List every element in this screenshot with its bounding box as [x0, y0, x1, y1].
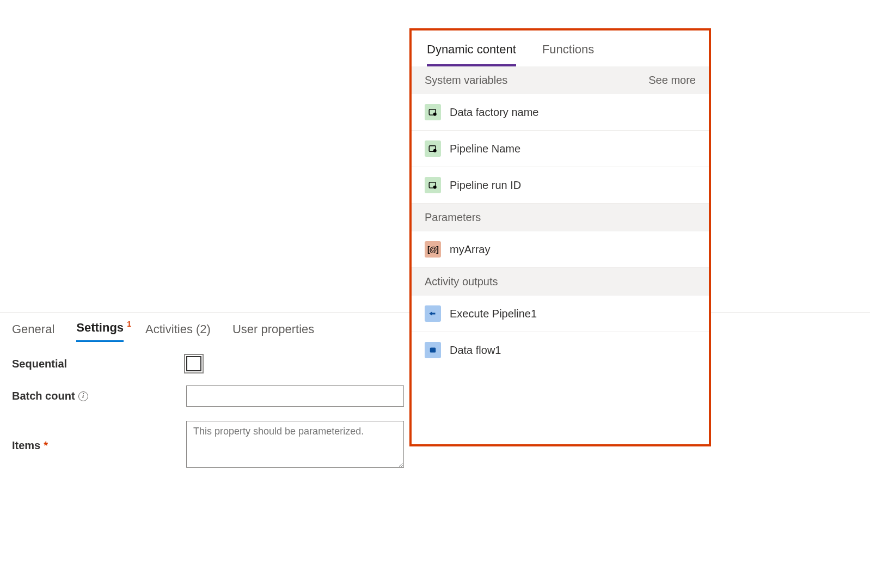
list-item-label: Pipeline run ID [450, 179, 521, 192]
svg-point-3 [434, 150, 437, 152]
system-variable-icon [425, 104, 441, 120]
tab-dynamic-content[interactable]: Dynamic content [427, 42, 516, 66]
sequential-checkbox[interactable] [186, 356, 201, 371]
list-item-label: Pipeline Name [450, 143, 520, 155]
tab-activities[interactable]: Activities (2) [145, 322, 211, 342]
section-title: Parameters [425, 211, 481, 224]
param-myarray[interactable]: [@] myArray [412, 231, 709, 268]
system-variable-icon [425, 140, 441, 157]
dynamic-content-panel: Dynamic content Functions System variabl… [409, 28, 711, 446]
sequential-label: Sequential [12, 358, 186, 370]
list-item-label: Data flow1 [450, 344, 501, 357]
batch-count-input[interactable] [186, 385, 404, 407]
svg-point-5 [434, 186, 437, 189]
tab-settings-badge: 1 [127, 320, 131, 328]
dc-tab-row: Dynamic content Functions [412, 30, 709, 66]
items-text: Items [12, 439, 40, 452]
section-parameters: Parameters [412, 204, 709, 231]
sysvar-pipeline-run-id[interactable]: Pipeline run ID [412, 167, 709, 204]
info-icon[interactable]: i [78, 391, 88, 401]
section-title: Activity outputs [425, 275, 498, 288]
svg-rect-6 [430, 348, 436, 353]
items-label: Items * [12, 439, 186, 452]
sysvar-data-factory-name[interactable]: Data factory name [412, 94, 709, 131]
tab-general[interactable]: General [12, 322, 54, 342]
items-textarea[interactable] [186, 421, 404, 468]
list-item-label: Data factory name [450, 106, 538, 119]
parameter-icon: [@] [425, 241, 441, 258]
activity-data-flow1[interactable]: Data flow1 [412, 332, 709, 368]
tab-settings-label: Settings [76, 321, 124, 334]
batch-count-text: Batch count [12, 390, 75, 402]
section-title: System variables [425, 74, 507, 87]
svg-point-1 [434, 113, 437, 116]
section-system-variables: System variables See more [412, 66, 709, 94]
see-more-link[interactable]: See more [648, 74, 696, 87]
activity-output-icon [425, 305, 441, 322]
system-variable-icon [425, 177, 441, 193]
sysvar-pipeline-name[interactable]: Pipeline Name [412, 131, 709, 167]
activity-execute-pipeline1[interactable]: Execute Pipeline1 [412, 296, 709, 332]
tab-settings[interactable]: Settings 1 [76, 321, 124, 342]
required-star-icon: * [44, 439, 48, 452]
list-item-label: Execute Pipeline1 [450, 308, 537, 320]
activity-output-icon [425, 342, 441, 358]
section-activity-outputs: Activity outputs [412, 268, 709, 296]
tab-functions[interactable]: Functions [542, 42, 594, 66]
list-item-label: myArray [450, 243, 490, 256]
tab-user-properties[interactable]: User properties [232, 322, 314, 342]
batch-count-label: Batch count i [12, 390, 186, 402]
